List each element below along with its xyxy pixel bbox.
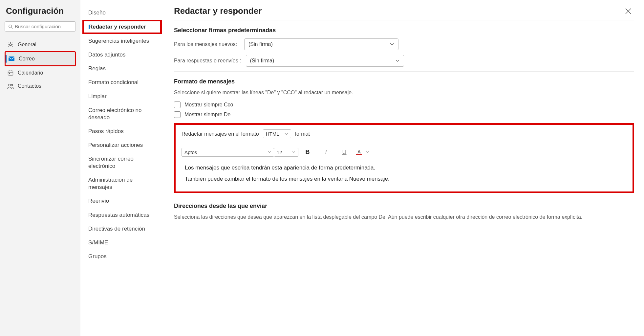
nav-calendario[interactable]: Calendario xyxy=(5,66,76,79)
format-heading: Formato de mensajes xyxy=(174,78,634,85)
submenu-datos-adjuntos[interactable]: Datos adjuntos xyxy=(80,48,164,62)
svg-point-10 xyxy=(11,84,13,86)
preview-text-1: Los mensajes que escriba tendrán esta ap… xyxy=(185,165,627,171)
contacts-icon xyxy=(7,83,14,89)
new-messages-signature-dropdown[interactable]: (Sin firma) xyxy=(244,38,398,50)
nav-label: Contactos xyxy=(18,83,41,89)
dropdown-value: 12 xyxy=(277,149,282,155)
submenu-formato-condicional[interactable]: Formato condicional xyxy=(80,76,164,89)
font-color-button[interactable]: A xyxy=(354,146,372,158)
new-messages-label: Para los mensajes nuevos: xyxy=(174,41,240,47)
cco-checkbox[interactable] xyxy=(174,101,181,108)
svg-point-2 xyxy=(10,44,11,46)
submenu-directivas-retencion[interactable]: Directivas de retención xyxy=(80,222,164,236)
divider xyxy=(174,196,634,196)
chevron-down-icon xyxy=(366,151,369,153)
mail-icon xyxy=(8,56,15,62)
nav-label: Calendario xyxy=(18,70,43,76)
svg-rect-3 xyxy=(9,56,14,61)
search-icon xyxy=(8,24,13,29)
addresses-heading: Direcciones desde las que enviar xyxy=(174,203,634,210)
close-icon xyxy=(625,8,632,14)
gear-icon xyxy=(7,41,14,48)
dropdown-value: (Sin firma) xyxy=(248,41,273,47)
cco-label: Mostrar siempre Cco xyxy=(184,102,233,108)
submenu-pasos-rapidos[interactable]: Pasos rápidos xyxy=(80,124,164,138)
chevron-down-icon xyxy=(395,59,400,62)
submenu-smime[interactable]: S/MIME xyxy=(80,236,164,250)
preview-text-2: También puede cambiar el formato de los … xyxy=(185,176,627,182)
submenu-personalizar-acciones[interactable]: Personalizar acciones xyxy=(80,138,164,152)
dropdown-value: Aptos xyxy=(184,149,197,155)
settings-submenu: Diseño Redactar y responder Sugerencias … xyxy=(80,0,164,336)
submenu-reenvio[interactable]: Reenvío xyxy=(80,194,164,208)
dropdown-value: HTML xyxy=(266,131,279,137)
submenu-redactar-responder[interactable]: Redactar y responder xyxy=(82,20,162,34)
compose-format-dropdown[interactable]: HTML xyxy=(263,129,291,138)
chevron-down-icon xyxy=(292,151,295,153)
chevron-down-icon xyxy=(268,151,271,153)
replies-label: Para respuestas o reenvíos : xyxy=(174,58,241,64)
submenu-respuestas-automaticas[interactable]: Respuestas automáticas xyxy=(80,208,164,222)
format-highlight-box: Redactar mensajes en el formato HTML for… xyxy=(174,123,634,193)
italic-button[interactable]: I xyxy=(317,146,335,158)
svg-rect-8 xyxy=(9,73,10,74)
chevron-down-icon xyxy=(284,133,288,135)
nav-label: General xyxy=(18,42,36,48)
divider xyxy=(174,71,634,72)
nav-correo[interactable]: Correo xyxy=(5,51,76,66)
search-box[interactable] xyxy=(5,21,76,32)
format-sub: Seleccione si quiere mostrar las líneas … xyxy=(174,90,634,96)
bold-button[interactable]: B xyxy=(298,146,317,158)
svg-point-9 xyxy=(9,84,11,86)
settings-title: Configuración xyxy=(5,6,76,16)
submenu-correo-no-deseado[interactable]: Correo electrónico no deseado xyxy=(80,103,164,124)
font-size-dropdown[interactable]: 12 xyxy=(274,148,298,157)
signatures-heading: Seleccionar firmas predeterminadas xyxy=(174,27,634,34)
svg-rect-4 xyxy=(8,71,13,75)
font-family-dropdown[interactable]: Aptos xyxy=(182,148,274,157)
compose-format-prefix: Redactar mensajes en el formato xyxy=(182,131,259,137)
close-button[interactable] xyxy=(622,7,634,16)
nav-contactos[interactable]: Contactos xyxy=(5,79,76,93)
submenu-reglas[interactable]: Reglas xyxy=(80,62,164,76)
replies-signature-dropdown[interactable]: (Sin firma) xyxy=(246,55,404,67)
main-content: Redactar y responder Seleccionar firmas … xyxy=(164,0,644,336)
de-checkbox[interactable] xyxy=(174,111,181,118)
submenu-sugerencias[interactable]: Sugerencias inteligentes xyxy=(80,34,164,48)
chevron-down-icon xyxy=(390,43,394,46)
submenu-diseno[interactable]: Diseño xyxy=(80,6,164,20)
dropdown-value: (Sin firma) xyxy=(250,58,274,64)
de-label: Mostrar siempre De xyxy=(184,112,230,118)
compose-format-suffix: format xyxy=(295,131,310,137)
page-title: Redactar y responder xyxy=(174,6,262,16)
calendar-icon xyxy=(7,70,14,76)
search-input[interactable] xyxy=(15,24,72,29)
submenu-limpiar[interactable]: Limpiar xyxy=(80,90,164,103)
svg-line-1 xyxy=(11,27,13,29)
submenu-sincronizar[interactable]: Sincronizar correo electrónico xyxy=(80,152,164,173)
addresses-sub: Selecciona las direcciones que desea que… xyxy=(174,214,634,220)
font-color-icon: A xyxy=(356,149,362,155)
submenu-grupos[interactable]: Grupos xyxy=(80,250,164,263)
settings-sidebar: Configuración General Correo Calendario … xyxy=(0,0,80,336)
svg-point-0 xyxy=(9,25,12,28)
submenu-administracion-mensajes[interactable]: Administración de mensajes xyxy=(80,173,164,194)
nav-label: Correo xyxy=(19,56,35,62)
underline-button[interactable]: U xyxy=(335,146,354,158)
nav-general[interactable]: General xyxy=(5,38,76,51)
divider xyxy=(174,20,634,20)
